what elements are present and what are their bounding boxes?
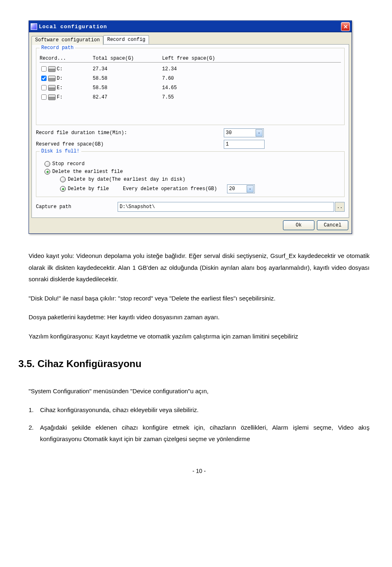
drive-name: F:: [57, 94, 62, 100]
page-number: - 10 -: [29, 466, 370, 477]
every-delete-combo[interactable]: 20 ▾: [227, 184, 255, 193]
window-title: Local configuration: [39, 24, 107, 30]
drive-row-d: D: 58.58 7.60: [40, 74, 341, 83]
stop-record-row[interactable]: Stop record: [45, 161, 341, 167]
drive-name: E:: [57, 85, 62, 91]
every-delete-value: 20: [229, 186, 235, 192]
capture-path-label: Capture path: [36, 204, 105, 210]
disk-full-legend: Disk is full!: [40, 148, 81, 154]
drive-d-checkbox[interactable]: [41, 76, 47, 81]
app-icon: [31, 23, 37, 30]
dialog-footer: Ok Cancel: [31, 218, 349, 231]
record-path-legend: Record path: [40, 45, 75, 51]
drive-row-f: F: 82.47 7.55: [40, 92, 341, 102]
chevron-down-icon: ▾: [247, 185, 254, 193]
delete-by-file-label: Delete by file: [68, 186, 121, 192]
delete-earliest-radio[interactable]: [45, 169, 50, 175]
paragraph-3: Dosya paketlerini kaydetme: Her kayıtlı …: [29, 312, 370, 323]
drive-icon: [48, 94, 56, 100]
col-total: Total space(G): [93, 56, 162, 61]
paragraph-1: Video kayıt yolu: Videonun depolama yolu…: [29, 250, 370, 285]
reserved-input[interactable]: 1: [224, 140, 265, 149]
delete-earliest-row[interactable]: Delete the earliest file: [45, 169, 341, 175]
duration-combo[interactable]: 30 ▾: [224, 128, 264, 137]
drive-f-checkbox[interactable]: [41, 94, 47, 100]
drive-row-c: C: 27.34 12.34: [40, 64, 341, 74]
reserved-value: 1: [226, 141, 229, 147]
drive-d-total: 58.58: [93, 76, 162, 81]
col-record: Record...: [40, 56, 93, 61]
list-num-2: 2.: [29, 422, 34, 434]
tab-row: Software configuration Record config: [31, 35, 349, 45]
drive-icon: [48, 76, 56, 81]
stop-record-radio[interactable]: [45, 161, 50, 167]
drive-c-left: 12.34: [162, 66, 252, 72]
local-configuration-dialog: Local configuration ✕ Software configura…: [29, 20, 352, 234]
close-icon: ✕: [343, 24, 348, 30]
document-body: Video kayıt yolu: Videonun depolama yolu…: [29, 250, 370, 476]
list-item-1: 1. Cihaz konfigürasyonunda, cihazı ekley…: [29, 404, 370, 416]
heading-3-5: 3.5. Cihaz Konfigürasyonu: [18, 354, 370, 373]
cancel-button[interactable]: Cancel: [317, 220, 348, 230]
capture-path-row: Capture path D:\Snapshot\ ..: [36, 202, 345, 212]
delete-by-date-radio[interactable]: [60, 177, 66, 182]
drive-e-checkbox[interactable]: [41, 85, 47, 90]
drive-name: C:: [57, 66, 62, 72]
stop-record-label: Stop record: [52, 161, 85, 167]
list-text-1: Cihaz konfigürasyonunda, cihazı ekleyebi…: [40, 406, 199, 413]
disk-full-group: Disk is full! Stop record Delete the ear…: [36, 151, 345, 197]
tab-panel-record: Record path Record... Total space(G) Lef…: [31, 44, 349, 218]
ok-button[interactable]: Ok: [283, 220, 314, 230]
drive-f-left: 7.55: [162, 94, 252, 100]
capture-path-value: D:\Snapshot\: [120, 204, 155, 210]
reserved-row: Reserved free space(GB) 1: [36, 140, 345, 149]
chevron-down-icon: ▾: [256, 129, 263, 137]
col-left: Left free space(G): [162, 56, 252, 61]
tab-software-configuration[interactable]: Software configuration: [31, 36, 103, 45]
duration-value: 30: [226, 130, 232, 136]
reserved-label: Reserved free space(GB): [36, 141, 224, 147]
delete-by-date-row[interactable]: Delete by date(The earliest day in disk): [60, 177, 341, 182]
delete-by-file-row: Delete by file Every delete operation fr…: [60, 184, 341, 193]
drive-name: D:: [57, 76, 62, 81]
delete-earliest-label: Delete the earliest file: [52, 169, 123, 175]
paragraph-4: Yazılım konfigürasyonu: Kayıt kaydetme v…: [29, 331, 370, 343]
drive-icon: [48, 85, 56, 91]
paragraph-5: "System Configuration" menüsünden "Devic…: [29, 385, 370, 397]
drive-d-left: 7.60: [162, 76, 252, 81]
delete-by-file-radio[interactable]: [60, 186, 66, 192]
drive-c-checkbox[interactable]: [41, 66, 47, 72]
duration-label: Record file duration time(Min):: [36, 130, 224, 136]
drive-e-total: 58.58: [93, 85, 162, 91]
record-path-group: Record path Record... Total space(G) Lef…: [36, 48, 345, 125]
drive-list: C: 27.34 12.34 D: 58.58 7.60: [40, 64, 341, 121]
browse-button[interactable]: ..: [335, 202, 345, 212]
drive-c-total: 27.34: [93, 66, 162, 72]
capture-path-input[interactable]: D:\Snapshot\: [118, 202, 334, 212]
drive-f-total: 82.47: [93, 94, 162, 100]
every-delete-label: Every delete operation frees(GB): [123, 186, 225, 192]
close-button[interactable]: ✕: [341, 22, 350, 31]
drive-row-e: E: 58.58 14.65: [40, 83, 341, 92]
paragraph-2: "Disk Dolu!" ile nasıl başa çıkılır: "st…: [29, 293, 370, 305]
drive-header: Record... Total space(G) Left free space…: [40, 56, 341, 63]
list-num-1: 1.: [29, 404, 34, 416]
drive-icon: [48, 66, 56, 72]
drive-e-left: 14.65: [162, 85, 252, 91]
delete-by-date-label: Delete by date(The earliest day in disk): [68, 177, 185, 182]
tab-record-config[interactable]: Record config: [103, 35, 149, 44]
list-text-2: Aşağıdaki şekilde eklenen cihazı konfigü…: [40, 424, 370, 443]
duration-row: Record file duration time(Min): 30 ▾: [36, 128, 345, 137]
titlebar: Local configuration ✕: [29, 21, 352, 32]
list-item-2: 2. Aşağıdaki şekilde eklenen cihazı konf…: [29, 422, 370, 445]
